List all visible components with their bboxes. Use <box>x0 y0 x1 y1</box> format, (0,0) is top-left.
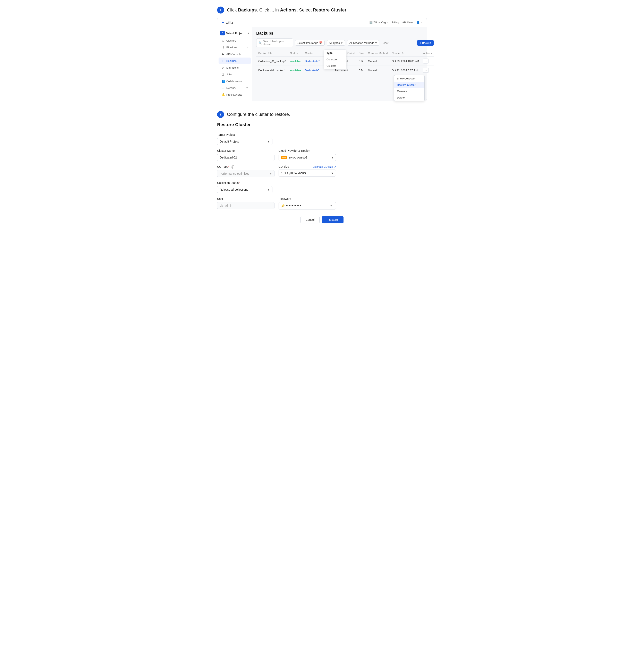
type-option-collection[interactable]: Collection <box>324 56 346 63</box>
clusters-icon: ⊙ <box>221 39 225 42</box>
logo-icon: ✦ <box>221 20 224 25</box>
sidebar-item-pipelines[interactable]: ⇉ Pipelines ∨ <box>219 44 251 51</box>
target-project-select[interactable]: Default Project ∨ <box>217 138 272 145</box>
target-project-chevron-icon: ∨ <box>268 140 270 143</box>
cell-actions[interactable]: ··· <box>421 66 434 75</box>
collection-status-chevron-icon: ∨ <box>268 188 270 191</box>
time-range-filter[interactable]: Select time range 📅 <box>295 40 325 46</box>
sidebar-label-clusters: Clusters <box>226 39 236 42</box>
user-input[interactable] <box>217 202 275 209</box>
user-icon[interactable]: 👤 ∨ <box>416 21 423 24</box>
reset-button[interactable]: Reset <box>381 41 388 44</box>
sidebar-item-network[interactable]: ↔ Network ∨ <box>219 84 251 91</box>
backups-icon: □ <box>221 59 225 63</box>
cell-actions[interactable]: ··· <box>421 56 434 66</box>
cell-status: Available <box>288 66 303 75</box>
toolbar: 🔍 Search backup or cluster Select time r… <box>256 39 434 47</box>
type-dropdown-popup: Type Collection Clusters <box>324 50 347 69</box>
cu-type-chevron-icon: ∨ <box>270 172 272 175</box>
cell-created-at: Oct 22, 2024 6:37 PM <box>389 66 421 75</box>
sidebar-label-migrations: Migrations <box>226 66 239 69</box>
cell-backup-file: Dedicated-01_backup1 <box>256 66 288 75</box>
cell-created-at: Oct 23, 2024 10:06 AM <box>389 56 421 66</box>
all-types-filter[interactable]: All Types ∨ <box>327 40 345 46</box>
collection-status-select[interactable]: Release all collections ∨ <box>217 186 272 193</box>
cell-size: 0 B <box>357 56 366 66</box>
cu-size-label: CU Size <box>279 165 289 168</box>
context-delete[interactable]: Delete <box>394 94 424 101</box>
search-icon: 🔍 <box>259 41 262 44</box>
collection-status-label: Collection Status* <box>217 181 272 185</box>
all-types-chevron-icon: ∨ <box>341 41 343 44</box>
context-restore-cluster[interactable]: Restore Cluster <box>394 82 424 88</box>
user-label: User <box>217 197 275 200</box>
cu-type-info-icon[interactable]: i <box>231 165 234 169</box>
step1-header: 1 Click Backups. Click ... in Actions. S… <box>217 6 427 14</box>
step2-circle: 2 <box>217 111 224 118</box>
cu-size-select[interactable]: 1 CU ($0.248/hour) ∨ <box>279 170 336 176</box>
cloud-region-select[interactable]: aws aws-us-west-2 ∨ <box>279 154 336 161</box>
sidebar-item-jobs[interactable]: ◷ Jobs <box>219 71 251 78</box>
eye-icon[interactable]: 👁 <box>330 204 333 208</box>
col-actions: Actions <box>421 50 434 56</box>
collection-status-value: Release all collections <box>220 188 248 191</box>
billing-link[interactable]: Billing <box>392 21 399 24</box>
project-icon: P <box>220 31 225 35</box>
api-keys-link[interactable]: API Keys <box>402 21 413 24</box>
sidebar-label-project-alerts: Project Alerts <box>226 93 242 96</box>
sidebar-item-api-console[interactable]: ▶ API Console <box>219 51 251 57</box>
sidebar-label-api-console: API Console <box>226 53 241 56</box>
sidebar-item-collaborators[interactable]: 👥 Collaborators <box>219 78 251 84</box>
cell-size: 0 B <box>357 66 366 75</box>
sidebar-item-migrations[interactable]: ⇄ Migrations <box>219 64 251 71</box>
col-cluster: Cluster <box>303 50 323 56</box>
target-project-value: Default Project <box>220 140 239 143</box>
cell-status: Available <box>288 56 303 66</box>
type-option-clusters[interactable]: Clusters <box>324 63 346 69</box>
collection-status-required: * <box>239 181 240 185</box>
cu-type-label: CU Type* i <box>217 165 275 169</box>
cell-cluster[interactable]: Dedicated-01 <box>303 66 323 75</box>
sidebar-item-project-alerts[interactable]: 🔔 Project Alerts <box>219 91 251 98</box>
sidebar-item-clusters[interactable]: ⊙ Clusters <box>219 37 251 44</box>
aws-badge: aws <box>281 156 287 159</box>
nav-right: 🏢 Zilliz's Org ∨ Billing API Keys 👤 ∨ <box>369 21 423 24</box>
password-label: Password <box>279 197 336 200</box>
search-box[interactable]: 🔍 Search backup or cluster <box>256 39 293 47</box>
project-alerts-icon: 🔔 <box>221 93 225 96</box>
cu-size-value: 1 CU ($0.248/hour) <box>281 171 306 175</box>
estimate-cu-link[interactable]: Estimate CU size ↗ <box>313 165 336 168</box>
org-badge[interactable]: 🏢 Zilliz's Org ∨ <box>369 21 388 24</box>
key-icon: 🔑 <box>281 204 285 208</box>
password-field: 🔑 •••••••••• 👁 <box>279 202 336 210</box>
main-content: Backups 🔍 Search backup or cluster Selec… <box>252 27 438 101</box>
cell-method: Manual <box>366 56 389 66</box>
cancel-button[interactable]: Cancel <box>301 216 320 223</box>
all-types-label: All Types <box>329 41 340 44</box>
cell-cluster[interactable]: Dedicated-01 <box>303 56 323 66</box>
target-project-label: Target Project <box>217 133 272 136</box>
user-password-row: User Password 🔑 •••••••••• 👁 <box>217 197 336 210</box>
step2-header: 2 Configure the cluster to restore. <box>217 111 427 118</box>
context-rename[interactable]: Rename <box>394 88 424 94</box>
sidebar-item-backups[interactable]: □ Backups <box>219 57 251 64</box>
cell-method: Manual <box>366 66 389 75</box>
search-placeholder: Search backup or cluster <box>263 40 291 46</box>
cloud-region-chevron-icon: ∨ <box>331 156 333 159</box>
all-creation-methods-filter[interactable]: All Creation Methods ∨ <box>347 40 380 46</box>
sidebar-project[interactable]: P Default Project ∨ <box>217 29 252 37</box>
backup-button[interactable]: + Backup <box>417 40 434 46</box>
app-body: P Default Project ∨ ⊙ Clusters ⇉ Pipelin… <box>217 27 427 101</box>
restore-button[interactable]: Restore <box>322 216 343 223</box>
network-arrow-icon: ∨ <box>246 87 248 89</box>
collection-status-section: Collection Status* Release all collectio… <box>217 181 272 193</box>
context-show-collection[interactable]: Show Collection <box>394 75 424 82</box>
step1-text: Click Backups. Click ... in Actions. Sel… <box>227 7 348 13</box>
org-chevron-icon: ∨ <box>386 21 388 24</box>
migrations-icon: ⇄ <box>221 66 225 69</box>
cell-backup-file: Collection_01_backup2 <box>256 56 288 66</box>
cu-type-select[interactable]: Performance-optimized ∨ <box>217 170 275 177</box>
cluster-name-input[interactable] <box>217 154 275 161</box>
col-size: Size <box>357 50 366 56</box>
password-dots: •••••••••• <box>286 204 330 208</box>
